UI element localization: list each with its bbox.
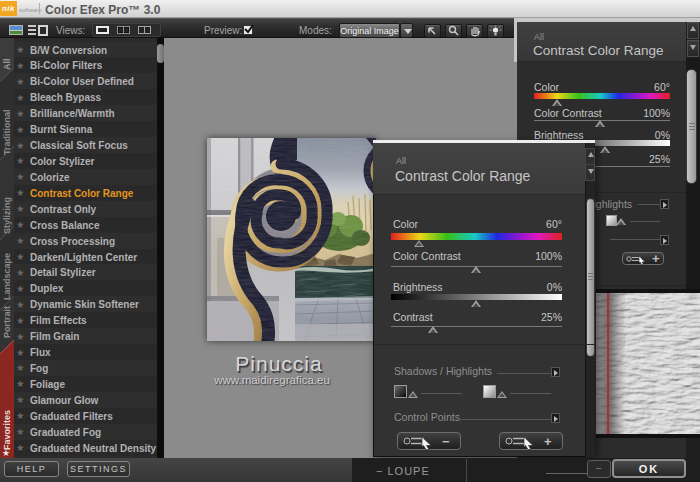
svg-text:Stylizing: Stylizing <box>2 197 12 234</box>
svg-text:Portrait: Portrait <box>2 306 12 338</box>
svg-text:All: All <box>2 58 12 70</box>
svg-text:Traditional: Traditional <box>2 109 12 155</box>
svg-text:Landscape: Landscape <box>2 253 12 300</box>
svg-text:★: ★ <box>2 448 10 458</box>
svg-text:Favorites: Favorites <box>2 410 12 450</box>
